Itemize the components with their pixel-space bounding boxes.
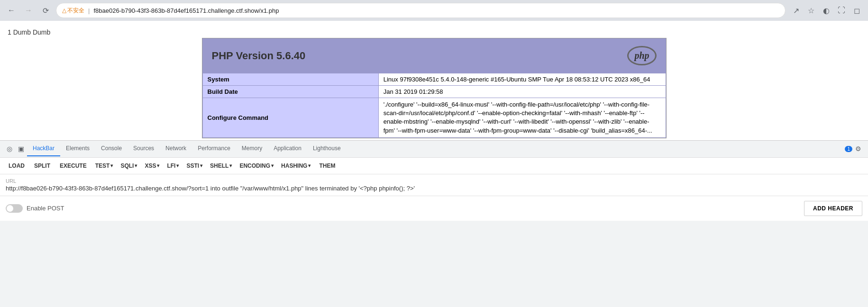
tab-lighthouse[interactable]: Lighthouse (307, 141, 347, 156)
phpinfo-configure-value: './configure' '--build=x86_64-linux-musl… (378, 98, 666, 138)
url-separator: | (88, 7, 90, 14)
hackbar-url-area: URL http://f8bae026-b790-43f3-863b-87d4e… (0, 174, 868, 196)
back-button[interactable]: ← (5, 4, 18, 17)
tab-elements[interactable]: Elements (60, 141, 95, 156)
hackbar-hashing-dropdown[interactable]: HASHING (278, 161, 313, 171)
phpinfo-label: Configure Command (202, 98, 378, 138)
phpinfo-value: Jan 31 2019 01:29:58 (378, 86, 666, 98)
enable-post-switch[interactable] (6, 204, 23, 213)
history-button[interactable]: ◐ (820, 4, 833, 17)
table-row: System Linux 97f9308e451c 5.4.0-148-gene… (202, 73, 666, 86)
hackbar-post-area: Enable POST ADD HEADER (0, 196, 868, 221)
php-logo: php (627, 46, 656, 65)
security-warning-icon: △ 不安全 (62, 7, 84, 15)
bookmark-button[interactable]: ☆ (804, 4, 818, 17)
tab-hackbar[interactable]: HackBar (27, 141, 60, 156)
hackbar-encoding-dropdown[interactable]: ENCODING (237, 161, 276, 171)
devtools-badge: 1 (845, 146, 852, 152)
devtools-cursor-icon[interactable]: ◎ (4, 141, 15, 156)
menu-button[interactable]: ◻ (850, 4, 863, 17)
phpinfo-container: PHP Version 5.6.40 php System Linux 97f9… (202, 38, 667, 138)
phpinfo-version: PHP Version 5.6.40 (212, 50, 306, 62)
address-bar[interactable]: △ 不安全 | f8bae026-b790-43f3-863b-87d4ef16… (56, 3, 786, 18)
hackbar-ssti-dropdown[interactable]: SSTI (183, 161, 205, 171)
devtools-panel: ◎ ▣ HackBar Elements Console Sources Net… (0, 140, 868, 221)
page-title: 1 Dumb Dumb (8, 26, 860, 38)
share-button[interactable]: ↗ (789, 4, 803, 17)
hackbar-sqli-dropdown[interactable]: SQLI (118, 161, 140, 171)
tab-network[interactable]: Network (160, 141, 192, 156)
devtools-inspect-icon[interactable]: ▣ (15, 141, 27, 156)
hackbar-split-button[interactable]: SPLIT (30, 161, 54, 171)
hackbar-url-value[interactable]: http://f8bae026-b790-43f3-863b-87d4ef165… (6, 185, 862, 192)
hackbar-toolbar: LOAD SPLIT EXECUTE TEST SQLI XSS LFI SST… (0, 158, 868, 174)
tab-performance[interactable]: Performance (192, 141, 236, 156)
refresh-button[interactable]: ⟳ (39, 4, 52, 17)
add-header-button[interactable]: ADD HEADER (804, 201, 862, 216)
phpinfo-table: System Linux 97f9308e451c 5.4.0-148-gene… (202, 73, 666, 138)
devtools-settings-icon[interactable]: ⚙ (852, 141, 864, 156)
tab-memory[interactable]: Memory (236, 141, 268, 156)
hackbar-them-button[interactable]: THEM (315, 161, 339, 171)
tab-sources[interactable]: Sources (128, 141, 160, 156)
phpinfo-value: Linux 97f9308e451c 5.4.0-148-generic #16… (378, 73, 666, 86)
enable-post-label: Enable POST (27, 205, 64, 212)
hackbar-shell-dropdown[interactable]: SHELL (207, 161, 235, 171)
enable-post-toggle: Enable POST (6, 204, 64, 213)
hackbar-execute-button[interactable]: EXECUTE (56, 161, 91, 171)
tab-application[interactable]: Application (268, 141, 307, 156)
url-display: f8bae026-b790-43f3-863b-87d4ef165171.cha… (93, 7, 779, 14)
hackbar-url-label: URL (6, 178, 862, 184)
tab-console[interactable]: Console (95, 141, 128, 156)
page-content: 1 Dumb Dumb PHP Version 5.6.40 php Syste… (0, 21, 868, 140)
browser-actions: ↗ ☆ ◐ ⛶ ◻ (789, 4, 863, 17)
table-row: Build Date Jan 31 2019 01:29:58 (202, 86, 666, 98)
browser-chrome: ← → ⟳ △ 不安全 | f8bae026-b790-43f3-863b-87… (0, 0, 868, 21)
hackbar-load-button[interactable]: LOAD (5, 161, 28, 171)
phpinfo-label: Build Date (202, 86, 378, 98)
hackbar-test-dropdown[interactable]: TEST (92, 161, 116, 171)
phpinfo-label: System (202, 73, 378, 86)
extensions-button[interactable]: ⛶ (835, 4, 848, 17)
phpinfo-header: PHP Version 5.6.40 php (202, 38, 666, 73)
hackbar-lfi-dropdown[interactable]: LFI (164, 161, 182, 171)
table-row: Configure Command './configure' '--build… (202, 98, 666, 138)
devtools-tabs: ◎ ▣ HackBar Elements Console Sources Net… (0, 141, 868, 158)
forward-button[interactable]: → (22, 4, 35, 17)
hackbar-xss-dropdown[interactable]: XSS (142, 161, 162, 171)
